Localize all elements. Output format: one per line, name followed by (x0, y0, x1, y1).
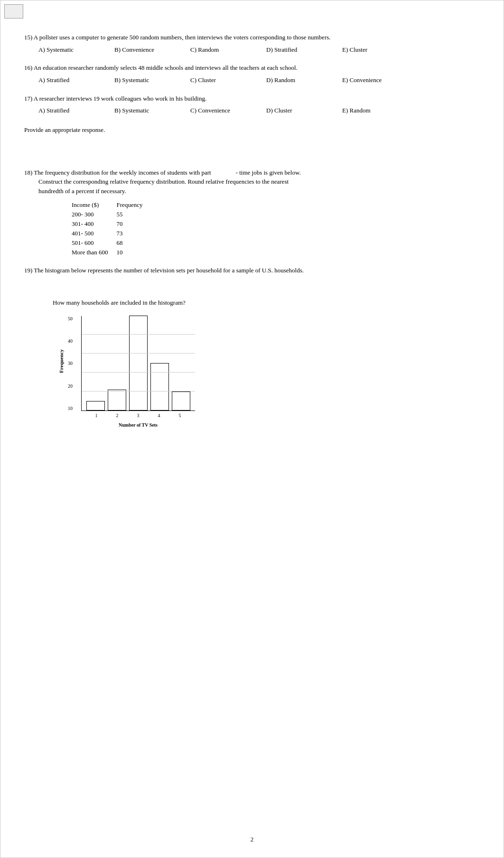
y-tick-50: 50 (68, 316, 73, 321)
table-row: 401- 500 73 (72, 229, 151, 238)
q17-option-e: E) Random (342, 106, 418, 116)
grid-line-20 (82, 372, 195, 373)
table-row: 501- 600 68 (72, 238, 151, 248)
q16-answers: A) Stratified B) Systematic C) Cluster D… (38, 75, 480, 85)
y-ticks: 50 40 30 20 10 (68, 316, 73, 411)
q17-text: 17) A researcher interviews 19 work coll… (24, 94, 480, 103)
q17-option-b: B) Systematic (114, 106, 190, 116)
corner-image (4, 4, 23, 19)
grid-line-30 (82, 353, 195, 354)
income-more-600: More than 600 (72, 248, 117, 257)
q16-option-c: C) Cluster (190, 75, 266, 85)
bar-3 (129, 316, 148, 410)
bar-4 (150, 363, 169, 410)
y-tick-10: 10 (68, 406, 73, 411)
table-header-freq: Frequency (117, 200, 151, 210)
x-labels: 1 2 3 4 5 (81, 413, 195, 418)
income-501-600: 501- 600 (72, 238, 117, 248)
y-tick-40: 40 (68, 338, 73, 344)
q15-text: 15) A pollster uses a computer to genera… (24, 33, 480, 42)
spacer-1 (24, 140, 480, 168)
grid-line-40 (82, 334, 195, 335)
x-label-2: 2 (116, 413, 119, 418)
q18-text: 18) The frequency distribution for the w… (24, 168, 480, 196)
spacer-histogram (24, 278, 480, 292)
freq-more-600: 10 (117, 248, 151, 257)
x-label-1: 1 (95, 413, 98, 418)
income-200-300: 200- 300 (72, 210, 117, 219)
freq-301-400: 70 (117, 219, 151, 229)
page: 15) A pollster uses a computer to genera… (0, 0, 504, 858)
q15-answers: A) Systematic B) Convenience C) Random D… (38, 45, 480, 55)
table-row: 301- 400 70 (72, 219, 151, 229)
question-15: 15) A pollster uses a computer to genera… (24, 33, 480, 55)
freq-401-500: 73 (117, 229, 151, 238)
bottom-spacer (24, 457, 480, 624)
q15-option-d: D) Stratified (266, 45, 342, 55)
page-number: 2 (251, 836, 254, 843)
q17-option-d: D) Cluster (266, 106, 342, 116)
bars-container (82, 316, 195, 410)
x-axis-title: Number of TV Sets (81, 422, 195, 428)
table-row: 200- 300 55 (72, 210, 151, 219)
question-19: 19) The histogram below represents the n… (24, 266, 480, 449)
income-401-500: 401- 500 (72, 229, 117, 238)
q19-how-many: How many households are included in the … (53, 299, 480, 307)
bar-2 (108, 390, 126, 410)
question-17: 17) A researcher interviews 19 work coll… (24, 94, 480, 116)
q16-option-a: A) Stratified (38, 75, 114, 85)
q17-option-a: A) Stratified (38, 106, 114, 116)
q15-option-e: E) Cluster (342, 45, 418, 55)
income-301-400: 301- 400 (72, 219, 117, 229)
q16-option-b: B) Systematic (114, 75, 190, 85)
freq-200-300: 55 (117, 210, 151, 219)
q17-answers: A) Stratified B) Systematic C) Convenien… (38, 106, 480, 116)
table-header-income: Income ($) (72, 200, 117, 210)
q15-option-c: C) Random (190, 45, 266, 55)
frequency-table: Income ($) Frequency 200- 300 55 301- 40… (72, 200, 480, 257)
question-18: 18) The frequency distribution for the w… (24, 168, 480, 258)
bar-5 (172, 392, 190, 410)
x-label-4: 4 (158, 413, 160, 418)
bars-area (81, 316, 195, 411)
freq-501-600: 68 (117, 238, 151, 248)
table-row: More than 600 10 (72, 248, 151, 257)
grid-line-10 (82, 391, 195, 392)
q16-text: 16) An education researcher randomly sel… (24, 63, 480, 73)
q16-option-d: D) Random (266, 75, 342, 85)
x-label-5: 5 (179, 413, 181, 418)
provide-response: Provide an appropriate response. (24, 126, 480, 134)
question-16: 16) An education researcher randomly sel… (24, 63, 480, 85)
q17-option-c: C) Convenience (190, 106, 266, 116)
y-tick-20: 20 (68, 383, 73, 389)
x-label-3: 3 (137, 413, 140, 418)
y-axis-label: Frequency (58, 349, 64, 373)
q15-option-a: A) Systematic (38, 45, 114, 55)
histogram-chart: Frequency 50 40 30 20 10 (53, 311, 219, 449)
q16-option-e: E) Convenience (342, 75, 418, 85)
bar-1 (86, 401, 105, 410)
q19-text: 19) The histogram below represents the n… (24, 266, 480, 275)
q15-option-b: B) Convenience (114, 45, 190, 55)
y-tick-30: 30 (68, 361, 73, 366)
